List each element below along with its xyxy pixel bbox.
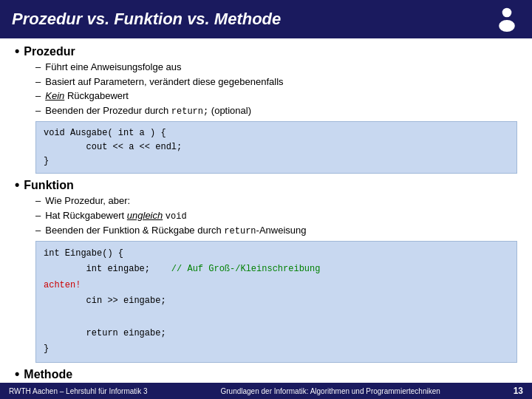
bullet-methode: • Methode xyxy=(15,367,517,381)
list-item: – Kein Rückgabewert xyxy=(35,89,517,103)
list-item: – Wie Prozedur, aber: xyxy=(35,194,517,208)
list-item: – Führt eine Anweisungsfolge aus xyxy=(35,60,517,75)
footer-page: 13 xyxy=(514,386,523,396)
slide-footer: RWTH Aachen – Lehrstuhl für Informatik 3… xyxy=(0,383,532,399)
section-prozedur: • Prozedur – Führt eine Anweisungsfolge … xyxy=(15,44,517,174)
list-item: – Beenden der Prozedur durch return; (op… xyxy=(35,103,517,118)
bullet-funktion: • Funktion xyxy=(15,178,517,192)
svg-point-0 xyxy=(502,8,512,18)
bullet-prozedur: • Prozedur xyxy=(15,44,517,58)
funktion-code: int Eingabe() { int eingabe; // Auf Groß… xyxy=(35,241,517,363)
svg-point-1 xyxy=(499,20,515,32)
person-icon xyxy=(494,6,520,33)
footer-mid: Grundlagen der Informatik: Algorithmen u… xyxy=(148,387,514,395)
prozedur-code: void Ausgabe( int a ) { cout << a << end… xyxy=(35,121,517,174)
list-item: – Basiert auf Parametern, verändert dies… xyxy=(35,75,517,89)
list-item: – Hat Rückgabewert ungleich void xyxy=(35,208,517,223)
slide-title: Prozedur vs. Funktion vs. Methode xyxy=(12,10,281,29)
slide-content: • Prozedur – Führt eine Anweisungsfolge … xyxy=(0,38,532,383)
footer-left: RWTH Aachen – Lehrstuhl für Informatik 3 xyxy=(9,387,148,395)
funktion-list: – Wie Prozedur, aber: – Hat Rückgabewert… xyxy=(35,194,517,238)
slide: Prozedur vs. Funktion vs. Methode • Proz… xyxy=(0,0,532,399)
list-item: – Beenden der Funktion & Rückgabe durch … xyxy=(35,223,517,238)
section-methode: • Methode – Gehört zu einer Klasse (bspw… xyxy=(15,367,517,383)
slide-header: Prozedur vs. Funktion vs. Methode xyxy=(0,0,532,38)
prozedur-list: – Führt eine Anweisungsfolge aus – Basie… xyxy=(35,60,517,118)
section-funktion: • Funktion – Wie Prozedur, aber: – Hat R… xyxy=(15,178,517,363)
